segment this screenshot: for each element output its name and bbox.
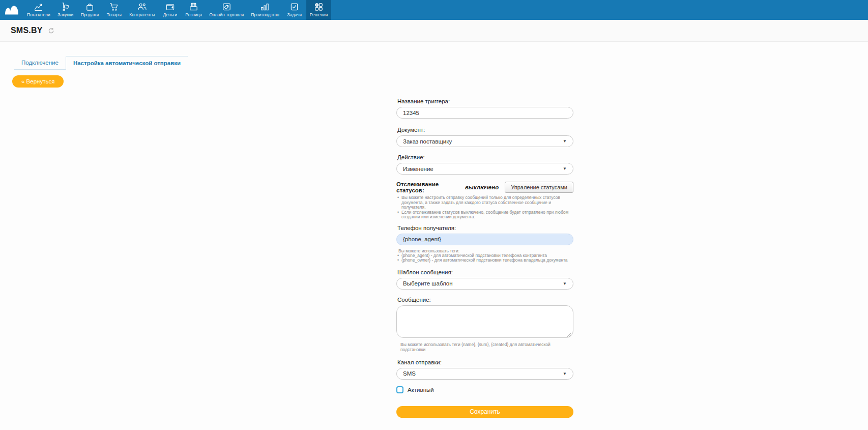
back-button[interactable]: « Вернуться [12,75,64,88]
nav-item-roznitsa[interactable]: Розница [182,0,206,20]
chart-line-icon [34,2,43,12]
note-item: Если отслеживание статусов выключено, со… [396,210,573,220]
handtruck-icon [61,2,70,12]
logo-icon [4,4,20,16]
note-item: Вы можете настроить отправку сообщений т… [396,195,573,210]
nav-label: Товары [107,12,122,17]
document-select[interactable]: Заказ поставщику ▼ [396,135,573,147]
message-hint: Вы можете использовать теги {name}, {sum… [400,342,573,352]
template-select-value: Выберите шаблон [403,280,560,286]
nav-item-onlain-torgovlya[interactable]: Онлайн-торговля [206,0,247,20]
chevron-down-icon: ▼ [563,166,567,171]
message-textarea[interactable] [396,305,573,338]
active-checkbox-row: Активный [396,386,573,393]
bar-chart-icon [260,2,270,12]
nav-label: Показатели [27,12,50,17]
refresh-icon[interactable] [48,27,54,34]
nav-label: Онлайн-торговля [209,12,244,17]
wallet-icon [165,2,175,12]
checkbox-check-icon [290,2,299,12]
top-navbar: Показатели Закупки Продажи Товары Контра… [0,0,868,20]
channel-select[interactable]: SMS ▼ [396,368,573,380]
page-title: SMS.BY [11,26,43,35]
apps-grid-icon [314,2,324,12]
tab-connection[interactable]: Подключение [14,56,66,70]
nav-item-tovary[interactable]: Товары [102,0,126,20]
bag-icon [85,2,95,12]
hint-item: {phone_owner} - для автоматической подст… [396,258,573,263]
phone-hints: {phone_agent} - для автоматической подст… [396,253,573,263]
storefront-tag-icon [222,2,232,12]
tab-bar: Подключение Настройка автоматической отп… [14,56,188,70]
people-icon [137,2,147,12]
chevron-down-icon: ▼ [563,371,567,376]
nav-label: Закупки [57,12,73,17]
template-select[interactable]: Выберите шаблон ▼ [396,278,573,290]
nav-label: Розница [185,12,202,17]
action-label: Действие: [397,154,573,161]
document-label: Документ: [397,127,573,133]
channel-select-value: SMS [403,370,560,377]
nav-item-prodazhi[interactable]: Продажи [77,0,103,20]
action-select-value: Изменение [403,166,560,172]
phone-label: Телефон получателя: [397,225,573,232]
active-checkbox-label: Активный [408,387,434,393]
trigger-name-input[interactable] [396,107,573,119]
nav-item-dengi[interactable]: Деньги [158,0,182,20]
status-tracking-row: Отслеживание статусов: выключено Упрален… [396,181,573,193]
tab-auto-send-settings[interactable]: Настройка автоматической отправки [66,56,188,70]
phone-hints-title: Вы можете использовать теги: [398,248,573,253]
manage-statuses-button[interactable]: Упраление статусами [505,182,573,193]
nav-item-resheniya[interactable]: Решения [306,0,332,20]
save-button[interactable]: Сохранить [396,406,573,418]
trigger-name-label: Название триггера: [397,98,573,105]
phone-input[interactable] [396,234,573,245]
nav-label: Деньги [163,12,177,17]
nav-item-kontragenty[interactable]: Контрагенты [126,0,158,20]
nav-label: Решения [310,12,328,17]
action-select[interactable]: Изменение ▼ [396,163,573,175]
page-header: SMS.BY [0,20,868,42]
template-label: Шаблон сообщения: [397,269,573,276]
status-tracking-state: выключено [465,184,499,190]
nav-item-zadachi[interactable]: Задачи [283,0,306,20]
cash-register-icon [189,2,198,12]
chevron-down-icon: ▼ [563,281,567,286]
status-tracking-notes: Вы можете настроить отправку сообщений т… [396,195,573,220]
nav-item-proizvodstvo[interactable]: Производство [247,0,282,20]
nav-label: Производство [251,12,279,17]
nav-label: Контрагенты [129,12,155,17]
nav-label: Продажи [81,12,99,17]
document-select-value: Заказ поставщику [403,138,560,145]
status-tracking-label: Отслеживание статусов: [396,181,463,193]
trigger-settings-form: Название триггера: Документ: Заказ поста… [396,98,573,418]
active-checkbox[interactable] [396,386,403,393]
channel-label: Канал отправки: [397,359,573,366]
nav-label: Задачи [287,12,302,17]
chevron-down-icon: ▼ [563,139,567,144]
moysklad-logo[interactable] [0,0,23,20]
cart-icon [109,2,119,12]
nav-item-zakupki[interactable]: Закупки [54,0,77,20]
nav-item-pokazateli[interactable]: Показатели [23,0,54,20]
message-label: Сообщение: [397,297,573,303]
